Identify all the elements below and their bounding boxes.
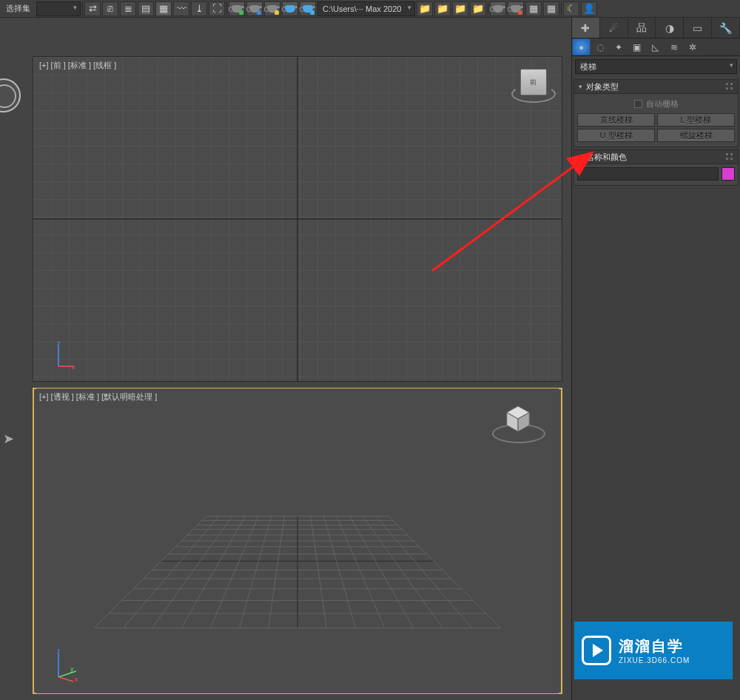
- auto-grid-checkbox[interactable]: [634, 100, 642, 108]
- material-editor-icon[interactable]: [229, 1, 245, 16]
- viewport-perspective-label[interactable]: [+] [透视 ] [标准 ] [默认明暗处理 ]: [39, 391, 157, 403]
- utilities-tab[interactable]: 🔧: [712, 18, 740, 38]
- render-last-icon[interactable]: [300, 1, 316, 16]
- object-name-input[interactable]: [577, 167, 719, 181]
- dope-sheet-icon[interactable]: ⤓: [191, 1, 207, 16]
- axis-x-label-2: x: [75, 676, 78, 683]
- u-stair-button[interactable]: U 型楼梯: [577, 129, 655, 142]
- viewport-front-label[interactable]: [+] [前 ] [标准 ] [线框 ]: [39, 60, 116, 71]
- create-subcategories: ● ◌ ✦ ▣ ◺ ≋ ✲: [572, 38, 740, 56]
- hierarchy-tab[interactable]: 品: [628, 18, 656, 38]
- layer-stack-icon[interactable]: ▤: [138, 1, 154, 16]
- cameras-subtab[interactable]: ▣: [628, 38, 646, 55]
- viewports-container: [+] [前 ] [标准 ] [线框 ] 前 z x: [27, 18, 568, 700]
- lights-subtab[interactable]: ✦: [609, 38, 628, 55]
- watermark-play-icon: [582, 636, 611, 665]
- axis-gizmo-perspective: z y x: [47, 649, 76, 679]
- teapot-util-1-icon[interactable]: [490, 1, 506, 16]
- geometry-subtab[interactable]: ●: [572, 38, 591, 55]
- align-icon[interactable]: ⎚: [102, 1, 118, 16]
- folder-icon-1[interactable]: 📁: [417, 1, 433, 16]
- viewcube-front[interactable]: 前: [520, 69, 547, 95]
- helpers-subtab[interactable]: ◺: [646, 38, 665, 55]
- layers-icon[interactable]: ≣: [120, 1, 136, 16]
- project-path-dropdown[interactable]: C:\Users\··· Max 2020: [317, 1, 415, 16]
- viewcube-perspective[interactable]: [498, 400, 539, 442]
- folder-icon-2[interactable]: 📁: [434, 1, 451, 16]
- folder-icon-4[interactable]: 📁: [470, 1, 486, 16]
- watermark-badge: 溜溜自学 ZIXUE.3D66.COM: [574, 622, 733, 679]
- axis-gizmo-front: z x: [47, 341, 76, 371]
- shapes-subtab[interactable]: ◌: [591, 38, 609, 55]
- l-stair-button[interactable]: L 型楼梯: [657, 113, 735, 127]
- folder-icon-3[interactable]: 📁: [452, 1, 468, 16]
- object-type-rollout: 对象类型 自动栅格 直线楼梯 L 型楼梯 U 型楼梯 螺旋楼梯: [574, 79, 739, 147]
- object-color-swatch[interactable]: [722, 167, 735, 181]
- spacewarps-subtab[interactable]: ≋: [665, 38, 683, 55]
- render-frame-icon[interactable]: [264, 1, 280, 16]
- teapot-util-2-icon[interactable]: [508, 1, 524, 16]
- object-type-rollout-header[interactable]: 对象类型: [574, 79, 739, 94]
- auto-grid-label: 自动栅格: [646, 98, 679, 110]
- watermark-title: 溜溜自学: [619, 636, 690, 656]
- viewcube-fragment-bottom[interactable]: ➤: [3, 431, 21, 448]
- axis-z-label: z: [57, 340, 61, 347]
- axis-z-label-2: z: [57, 647, 61, 655]
- selection-set-dropdown[interactable]: [36, 1, 81, 16]
- auto-grid-row: 自动栅格: [577, 97, 735, 110]
- name-color-rollout: 名称和颜色: [574, 149, 739, 186]
- svg-line-45: [58, 677, 73, 682]
- modify-tab[interactable]: ☄: [600, 18, 628, 38]
- watermark-sub: ZIXUE.3D66.COM: [619, 656, 690, 664]
- grid-icon-2[interactable]: ▦: [543, 1, 559, 16]
- render-icon[interactable]: [282, 1, 298, 16]
- command-panel: ✚ ☄ 品 ◑ ▭ 🔧 ● ◌ ✦ ▣ ◺ ≋ ✲ 楼梯 对象类型 自动栅格 直…: [571, 18, 740, 700]
- mirror-icon[interactable]: ⇄: [84, 1, 101, 16]
- display-tab[interactable]: ▭: [684, 18, 712, 38]
- command-panel-tabs: ✚ ☄ 品 ◑ ▭ 🔧: [572, 18, 740, 38]
- viewport-perspective[interactable]: [+] [透视 ] [标准 ] [默认明暗处理 ]: [33, 388, 562, 694]
- axis-x-label: x: [72, 363, 75, 371]
- straight-stair-button[interactable]: 直线楼梯: [577, 113, 655, 127]
- name-color-rollout-title: 名称和颜色: [586, 152, 627, 163]
- curve-editor-icon[interactable]: 〰: [173, 1, 189, 16]
- viewport-front[interactable]: [+] [前 ] [标准 ] [线框 ] 前 z x: [33, 56, 562, 382]
- selection-set-label: 选择集: [1, 3, 35, 14]
- top-toolbar: 选择集 ⇄ ⎚ ≣ ▤ ▦ 〰 ⤓ ⛶ C:\Users\··· Max 202…: [0, 0, 740, 18]
- grid-icon-1[interactable]: ▦: [525, 1, 542, 16]
- motion-tab[interactable]: ◑: [656, 18, 684, 38]
- ribbon-toggle-icon[interactable]: ▦: [155, 1, 172, 16]
- systems-subtab[interactable]: ✲: [683, 38, 702, 55]
- axis-y-label-2: y: [70, 665, 74, 673]
- viewport-perspective-grid: [33, 388, 562, 693]
- left-viewport-strip: ➤: [0, 18, 27, 700]
- viewport-front-grid: [33, 57, 562, 381]
- create-tab[interactable]: ✚: [572, 18, 600, 38]
- schematic-view-icon[interactable]: ⛶: [209, 1, 225, 16]
- name-color-rollout-header[interactable]: 名称和颜色: [574, 149, 739, 164]
- spiral-stair-button[interactable]: 螺旋楼梯: [657, 129, 735, 142]
- render-setup-icon[interactable]: [246, 1, 263, 16]
- object-type-rollout-title: 对象类型: [586, 81, 619, 92]
- light-icon[interactable]: ☾: [563, 1, 579, 16]
- category-dropdown[interactable]: 楼梯: [575, 59, 737, 74]
- person-icon[interactable]: 👤: [581, 1, 597, 16]
- viewcube-fragment-top[interactable]: [0, 78, 21, 112]
